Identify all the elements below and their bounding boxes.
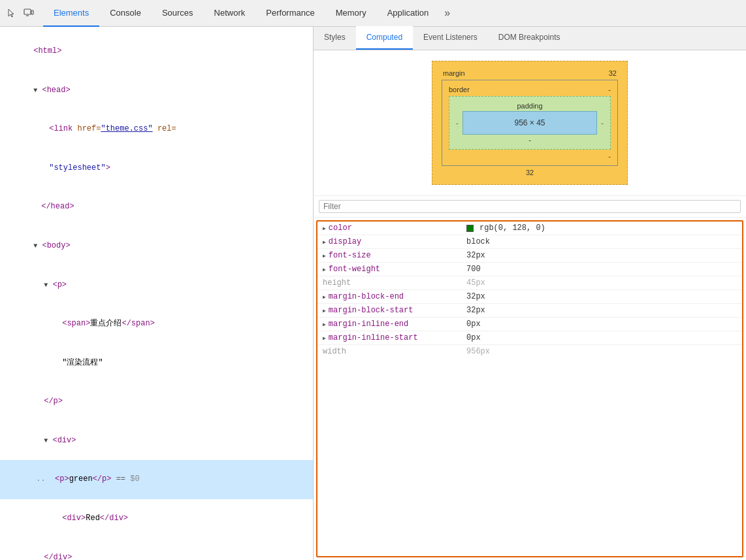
svg-rect-0 [24, 9, 31, 14]
padding-label: padding [517, 102, 542, 110]
css-prop-name: ▶ font-weight [323, 265, 466, 274]
more-tabs-button[interactable]: » [439, 7, 455, 19]
margin-box: margin 32 border - padding [432, 61, 628, 185]
css-prop-name: ▶ margin-inline-start [323, 333, 466, 342]
tab-application[interactable]: Application [377, 0, 440, 27]
border-top-row: border - [446, 84, 613, 95]
main-layout: <html> ▼ <head> <link href="theme.css" r… [0, 27, 746, 560]
margin-bottom-row: 32 [438, 166, 622, 179]
svg-rect-1 [31, 10, 33, 14]
html-open-tag: <html> [0, 32, 313, 71]
box-model-section: margin 32 border - padding [314, 50, 746, 196]
css-prop-value: 0px [466, 320, 481, 329]
padding-bottom-value: - [528, 136, 531, 144]
expand-triangle-icon[interactable]: ▶ [323, 267, 326, 272]
css-prop-name: ▶ margin-block-end [323, 292, 466, 301]
css-prop-value: rgb(0, 128, 0) [466, 223, 545, 233]
css-properties-panel: ▶ colorrgb(0, 128, 0)▶ displayblock▶ fon… [316, 220, 743, 557]
css-prop-row[interactable]: ▶ font-weight700 [317, 263, 742, 276]
p-tag[interactable]: ▼ <p> [0, 265, 313, 305]
css-prop-name: ▶ display [323, 237, 466, 246]
css-prop-row[interactable]: width956px [317, 345, 742, 358]
css-prop-value: 32px [466, 306, 485, 315]
padding-bottom-row: - [453, 135, 606, 145]
box-model-diagram: margin 32 border - padding [432, 61, 628, 185]
border-value: - [608, 86, 611, 93]
tab-event-listeners[interactable]: Event Listeners [413, 26, 488, 50]
expand-triangle-icon[interactable]: ▶ [323, 253, 326, 259]
elements-panel: <html> ▼ <head> <link href="theme.css" r… [0, 27, 314, 560]
span-tag: <span>重点介绍</span> [0, 305, 313, 344]
filter-input[interactable] [319, 200, 741, 213]
css-prop-row[interactable]: ▶ margin-inline-end0px [317, 318, 742, 331]
body-tag[interactable]: ▼ <body> [0, 227, 313, 266]
link-tag: <link href="theme.css" rel= [0, 110, 313, 149]
left-padding-value: - [453, 119, 461, 127]
tab-sources[interactable]: Sources [152, 0, 204, 27]
padding-box: padding - 956 × 45 - - [449, 96, 611, 150]
head-close-tag: </head> [0, 188, 313, 227]
css-prop-value: 956px [466, 347, 490, 356]
expand-triangle-icon[interactable]: ▶ [323, 225, 326, 231]
css-prop-name: ▶ margin-inline-end [323, 320, 466, 329]
css-prop-row[interactable]: ▶ colorrgb(0, 128, 0) [317, 222, 742, 235]
tab-dom-breakpoints[interactable]: DOM Breakpoints [488, 26, 571, 50]
expand-triangle-icon[interactable]: ▶ [323, 321, 326, 327]
content-box: 956 × 45 [462, 111, 598, 135]
expand-triangle-icon[interactable]: ▶ [323, 239, 326, 245]
tab-styles[interactable]: Styles [314, 26, 356, 50]
devtools-nav: Elements Console Sources Network Perform… [0, 0, 746, 27]
right-padding-value: - [598, 119, 606, 127]
css-prop-value: block [466, 237, 490, 246]
tab-elements[interactable]: Elements [43, 0, 99, 27]
sub-tabs: Styles Computed Event Listeners DOM Brea… [314, 27, 746, 50]
p-close-tag: </p> [0, 382, 313, 421]
css-prop-value: 45px [466, 278, 485, 288]
tab-console[interactable]: Console [99, 0, 152, 27]
css-prop-name: ▶ margin-block-start [323, 306, 466, 315]
margin-top-value: 32 [609, 69, 617, 77]
css-prop-value: 32px [466, 292, 485, 301]
expand-triangle-icon[interactable]: ▶ [323, 294, 326, 300]
div-tag[interactable]: ▼ <div> [0, 421, 313, 461]
expand-triangle-icon[interactable]: ▶ [323, 335, 326, 341]
text-node: "渲染流程" [0, 344, 313, 383]
tab-performance[interactable]: Performance [255, 0, 325, 27]
div-close-tag: </div> [0, 538, 313, 560]
css-prop-row[interactable]: height45px [317, 276, 742, 290]
tab-network[interactable]: Network [204, 0, 256, 27]
css-prop-value: 32px [466, 251, 485, 260]
border-bottom-row: - [446, 151, 613, 161]
css-prop-row[interactable]: ▶ font-size32px [317, 249, 742, 263]
right-panel: Styles Computed Event Listeners DOM Brea… [314, 27, 746, 560]
css-prop-name: height [323, 278, 466, 288]
margin-bottom-value: 32 [526, 169, 534, 176]
css-prop-value: 0px [466, 333, 481, 342]
p-green-selected[interactable]: .. <p>green</p> == $0 [0, 460, 313, 499]
div-red: <div>Red</div> [0, 499, 313, 538]
css-prop-name: ▶ font-size [323, 251, 466, 260]
content-row: - 956 × 45 - [453, 111, 606, 135]
padding-label-row: padding [453, 101, 606, 111]
head-tag[interactable]: ▼ <head> [0, 71, 313, 110]
filter-section [314, 196, 746, 218]
device-icon[interactable] [22, 7, 35, 20]
border-box: border - padding - 9 [442, 80, 618, 166]
border-label: border [449, 86, 470, 93]
css-prop-row[interactable]: ▶ margin-inline-start0px [317, 331, 742, 345]
tab-computed[interactable]: Computed [356, 26, 413, 50]
css-prop-row[interactable]: ▶ margin-block-end32px [317, 290, 742, 304]
css-prop-name: ▶ color [323, 223, 466, 233]
stylesheet-attr: "stylesheet"> [0, 149, 313, 188]
cursor-icon[interactable] [5, 7, 18, 20]
expand-triangle-icon[interactable]: ▶ [323, 308, 326, 314]
tab-memory[interactable]: Memory [325, 0, 377, 27]
color-swatch[interactable] [466, 225, 474, 232]
css-prop-row[interactable]: ▶ margin-block-start32px [317, 304, 742, 318]
css-prop-row[interactable]: ▶ displayblock [317, 235, 742, 249]
nav-icons [5, 7, 35, 20]
border-bottom-value: - [608, 152, 611, 160]
css-prop-value: 700 [466, 265, 481, 274]
margin-label: margin [443, 69, 465, 77]
margin-top-row: margin 32 [438, 67, 622, 80]
